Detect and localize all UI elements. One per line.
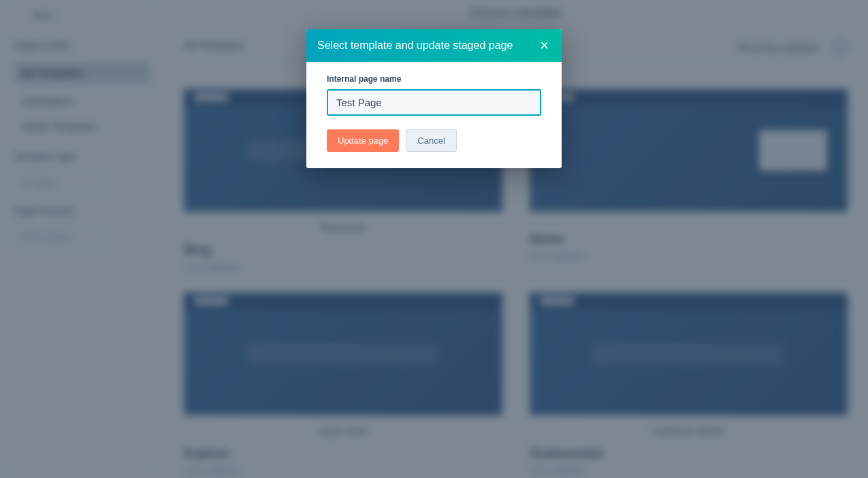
cancel-button[interactable]: Cancel (406, 129, 456, 152)
modal-overlay: Select template and update staged page ×… (0, 0, 868, 478)
page-name-label: Internal page name (327, 74, 541, 84)
modal-footer: Update page Cancel (327, 129, 541, 152)
modal-dialog: Select template and update staged page ×… (306, 29, 562, 168)
modal-body: Internal page name Update page Cancel (306, 62, 562, 168)
page-name-input[interactable] (327, 89, 541, 116)
modal-header: Select template and update staged page × (306, 29, 562, 62)
close-icon[interactable]: × (538, 38, 551, 53)
modal-title: Select template and update staged page (317, 39, 513, 52)
update-page-button[interactable]: Update page (327, 129, 399, 152)
